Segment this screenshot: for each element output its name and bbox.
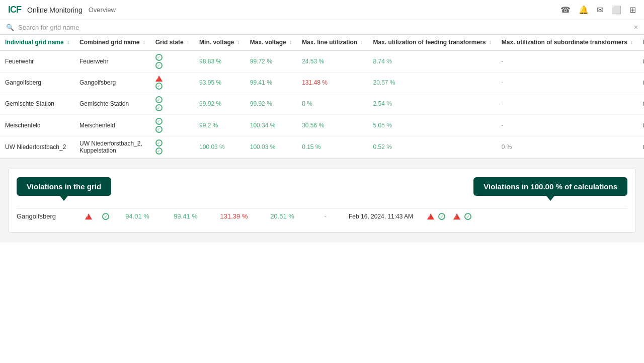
max-feed-cell: 8.74 % (368, 50, 496, 72)
sort-icon-maxfeed: ↕ (489, 40, 492, 45)
grid-state-cell: !✓ (150, 72, 194, 93)
max-voltage-cell: 99.41 % (245, 72, 297, 93)
bell-icon[interactable]: 🔔 (579, 5, 589, 15)
max-line-cell: 24.53 % (297, 50, 368, 72)
max-feed-cell: 20.57 % (368, 72, 496, 93)
individual-name-cell: Gemischte Station (0, 93, 74, 115)
violation-warn-icon-24h: ! (427, 213, 434, 220)
grid-state-cell: ✓✓ (150, 93, 194, 115)
sort-icon-combined: ↕ (143, 40, 145, 45)
latest-state-cell: Feb 16, 2024, 11:39 AM (638, 115, 644, 136)
max-sub-cell: - (497, 72, 638, 93)
individual-name-cell: UW Niederforstbach_2 (0, 136, 74, 158)
table-row: Gemischte Station Gemischte Station ✓✓ 9… (0, 93, 644, 115)
badges-row: Violations in the grid Violations in 100… (17, 177, 627, 196)
individual-name-cell: Meischenfeld (0, 115, 74, 136)
overview-link[interactable]: Overview (89, 6, 116, 14)
combined-name-cell: Feuerwehr (74, 50, 150, 72)
mail-icon[interactable]: ✉ (597, 5, 603, 15)
max-feed-cell: 2.54 % (368, 93, 496, 115)
grid-table-wrapper: Individual grid name ↕ Combined grid nam… (0, 35, 644, 159)
max-feed-cell: 0.52 % (368, 136, 496, 158)
max-sub-cell: 0 % (497, 136, 638, 158)
combined-name-cell: Gemischte Station (74, 93, 150, 115)
ok-icon: ✓ (155, 96, 163, 103)
violation-warn-icon-72h: ! (453, 213, 460, 220)
ok-icon: ✓ (155, 83, 163, 90)
latest-state-cell: Feb 16, 2024, 11:39 AM (638, 72, 644, 93)
min-voltage-cell: 100.03 % (194, 136, 245, 158)
individual-name-cell: Feuerwehr (0, 50, 74, 72)
max-voltage-cell: 100.03 % (245, 136, 297, 158)
violation-state-icons-24h: ! ✓ (427, 213, 445, 220)
violation-ok-icon-1: ✓ (102, 213, 109, 220)
max-feed-cell: 5.05 % (368, 115, 496, 136)
search-clear-button[interactable]: × (634, 23, 638, 31)
app-title: Online Monitoring (27, 6, 83, 14)
combined-name-cell: Gangolfsberg (74, 72, 150, 93)
sort-icon-minv: ↕ (237, 40, 240, 45)
search-bar: 🔍 × (0, 20, 644, 35)
col-latest-state[interactable]: Latest state estimation ↕ (638, 35, 644, 50)
max-line-cell: 30.56 % (297, 115, 368, 136)
search-input[interactable] (18, 24, 630, 31)
logo: ICF (8, 5, 21, 15)
ok-icon: ✓ (155, 118, 163, 125)
violation-max-sub: - (310, 212, 341, 220)
min-voltage-cell: 99.2 % (194, 115, 245, 136)
violation-min-voltage: 94.01 % (117, 212, 157, 220)
col-max-voltage[interactable]: Max. voltage ↕ (245, 35, 297, 50)
grid-state-cell: ✓✓ (150, 136, 194, 158)
violation-latest-state: Feb 16, 2024, 11:43 AM (349, 213, 419, 220)
combined-name-cell: UW Niederforstbach_2, Kuppelstation (74, 136, 150, 158)
ok-icon: ✓ (155, 139, 163, 147)
combined-name-cell: Meischenfeld (74, 115, 150, 136)
warn-icon: ! (155, 76, 163, 82)
window-icon[interactable]: ⬜ (611, 5, 621, 15)
violation-max-feed: 20.51 % (262, 212, 302, 220)
table-row: Feuerwehr Feuerwehr ✓✓ 98.83 % 99.72 % 2… (0, 50, 644, 72)
col-max-line[interactable]: Max. line utilization ↕ (297, 35, 368, 50)
sort-icon-individual: ↕ (67, 40, 69, 45)
violation-state-icons-72h: ! ✓ (453, 213, 471, 220)
violation-ok-icon-24h: ✓ (438, 213, 445, 220)
grid-state-cell: ✓✓ (150, 115, 194, 136)
col-grid-state[interactable]: Grid state ↕ (150, 35, 194, 50)
max-sub-cell: - (497, 50, 638, 72)
min-voltage-cell: 98.83 % (194, 50, 245, 72)
col-min-voltage[interactable]: Min. voltage ↕ (194, 35, 245, 50)
violation-max-line: 131.39 % (214, 212, 254, 220)
ok-icon: ✓ (155, 62, 163, 69)
table-row: UW Niederforstbach_2 UW Niederforstbach_… (0, 136, 644, 158)
header-icons: ☎ 🔔 ✉ ⬜ ⊞ (560, 5, 636, 15)
ok-icon: ✓ (155, 126, 163, 133)
search-icon: 🔍 (6, 24, 14, 31)
table-row: Meischenfeld Meischenfeld ✓✓ 99.2 % 100.… (0, 115, 644, 136)
badge-violations-pct: Violations in 100.00 % of calculations (473, 177, 627, 196)
phone-icon[interactable]: ☎ (560, 5, 571, 15)
col-combined-grid-name[interactable]: Combined grid name ↕ (74, 35, 150, 50)
max-voltage-cell: 99.92 % (245, 93, 297, 115)
ok-icon: ✓ (155, 104, 163, 111)
violation-ok-icon-72h: ✓ (464, 213, 471, 220)
sort-icon-maxsub: ↕ (630, 40, 633, 45)
grid-icon[interactable]: ⊞ (629, 5, 636, 15)
ok-icon: ✓ (155, 54, 163, 61)
latest-state-cell: Feb 16, 2024, 11:39 AM (638, 93, 644, 115)
grid-state-cell: ✓✓ (150, 50, 194, 72)
latest-state-cell: Feb 16, 2024, 11:39 AM (638, 136, 644, 158)
max-line-cell: 0 % (297, 93, 368, 115)
max-voltage-cell: 99.72 % (245, 50, 297, 72)
violation-grid-name: Gangolfsberg (17, 212, 77, 220)
violation-max-voltage: 99.41 % (166, 212, 206, 220)
max-sub-cell: - (497, 115, 638, 136)
col-individual-grid-name[interactable]: Individual grid name ↕ (0, 35, 74, 50)
max-line-cell: 0.15 % (297, 136, 368, 158)
violation-row-gangolfsberg: Gangolfsberg ! ✓ 94.01 % 99.41 % 131.39 … (17, 208, 627, 224)
violations-section: Violations in the grid Violations in 100… (0, 159, 644, 243)
sort-icon-maxline: ↕ (360, 40, 363, 45)
grid-table: Individual grid name ↕ Combined grid nam… (0, 35, 644, 158)
col-max-feed[interactable]: Max. utilization of feeding transformers… (368, 35, 496, 50)
violations-container: Violations in the grid Violations in 100… (8, 169, 636, 233)
col-max-sub[interactable]: Max. utilization of subordinate transfor… (497, 35, 638, 50)
